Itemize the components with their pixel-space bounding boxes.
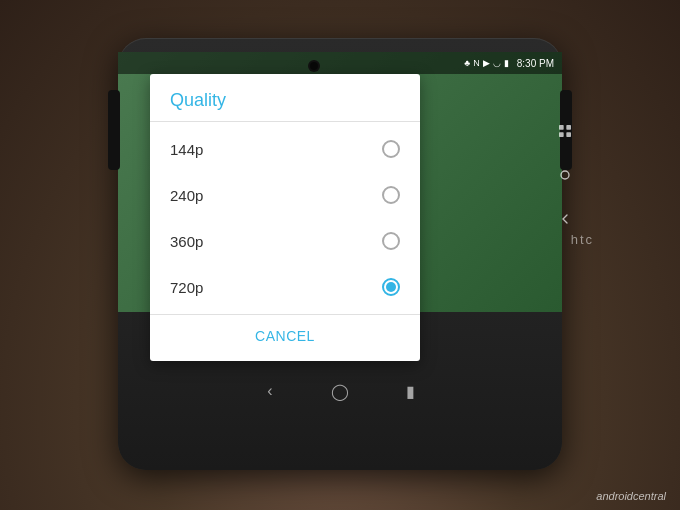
volume-icon: ▶	[483, 58, 490, 68]
soft-home[interactable]: ◯	[325, 376, 355, 406]
option-label-720p: 720p	[170, 279, 203, 296]
back-icon	[557, 211, 573, 227]
home-icon	[557, 167, 573, 183]
svg-rect-1	[566, 125, 571, 130]
option-label-360p: 360p	[170, 233, 203, 250]
recents-icon	[557, 123, 573, 139]
option-240p[interactable]: 240p	[150, 172, 420, 218]
option-720p[interactable]: 720p	[150, 264, 420, 310]
radio-720p[interactable]	[382, 278, 400, 296]
back-button[interactable]	[554, 208, 576, 230]
soft-recents[interactable]: ▮	[395, 376, 425, 406]
options-list: 144p 240p 360p 720p	[150, 122, 420, 314]
quality-dialog: Quality 144p 240p 360p 720p Cancel	[150, 74, 420, 361]
home-button[interactable]	[554, 164, 576, 186]
speaker-left	[108, 90, 120, 170]
radio-144p[interactable]	[382, 140, 400, 158]
option-360p[interactable]: 360p	[150, 218, 420, 264]
watermark: androidcentral	[596, 490, 666, 502]
brand-logo: htc	[571, 232, 594, 247]
nav-buttons	[554, 120, 576, 230]
dialog-cancel-section: Cancel	[150, 314, 420, 361]
cancel-button[interactable]: Cancel	[255, 328, 315, 344]
recents-button[interactable]	[554, 120, 576, 142]
dialog-title: Quality	[150, 74, 420, 122]
svg-rect-0	[559, 125, 564, 130]
status-time: 8:30 PM	[517, 58, 554, 69]
radio-240p[interactable]	[382, 186, 400, 204]
battery-icon: ▮	[504, 58, 509, 68]
option-label-144p: 144p	[170, 141, 203, 158]
nfc-icon: N	[473, 58, 480, 68]
status-bar: ♣ N ▶ ◡ ▮ 8:30 PM	[118, 52, 562, 74]
option-label-240p: 240p	[170, 187, 203, 204]
soft-back[interactable]: ‹	[255, 376, 285, 406]
bluetooth-icon: ♣	[464, 58, 470, 68]
option-144p[interactable]: 144p	[150, 126, 420, 172]
signal-icon: ◡	[493, 58, 501, 68]
svg-rect-2	[559, 132, 564, 137]
svg-point-4	[561, 171, 569, 179]
status-icons: ♣ N ▶ ◡ ▮	[464, 58, 508, 68]
svg-rect-3	[566, 132, 571, 137]
radio-360p[interactable]	[382, 232, 400, 250]
